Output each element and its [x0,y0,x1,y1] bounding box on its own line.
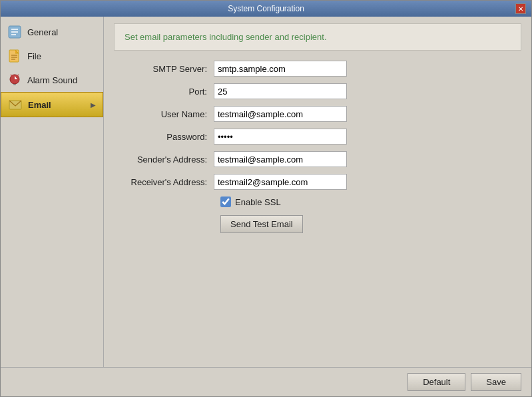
system-configuration-dialog: System Configuration ✕ General [0,0,532,397]
username-input[interactable] [214,106,347,122]
file-icon [7,49,22,63]
form-row-receiver: Receiver's Address: [117,174,518,190]
port-label: Port: [117,87,214,97]
sidebar-item-file-label: File [27,51,41,61]
password-label: Password: [117,132,214,142]
sender-address-input[interactable] [214,151,347,167]
enable-ssl-label: Enable SSL [235,197,281,207]
svg-rect-12 [13,84,16,85]
smtp-server-input[interactable] [214,61,347,77]
footer: Default Save [1,367,531,396]
port-input[interactable] [214,83,347,99]
sender-label: Sender's Address: [117,155,214,165]
form-area: SMTP Server: Port: User Name: Password: [104,61,531,367]
receiver-label: Receiver's Address: [117,177,214,187]
info-bar: Set email parameters including sender an… [114,23,521,51]
main-content: Set email parameters including sender an… [104,17,531,367]
password-input[interactable] [214,129,347,145]
alarm-icon [7,73,22,87]
username-label: User Name: [117,109,214,119]
enable-ssl-checkbox[interactable] [220,197,231,207]
form-row-port: Port: [117,83,518,99]
send-test-email-button[interactable]: Send Test Email [220,215,303,233]
save-button[interactable]: Save [471,373,521,391]
sidebar-item-alarm-sound[interactable]: Alarm Sound [1,68,103,92]
receiver-address-input[interactable] [214,174,347,190]
form-row-username: User Name: [117,106,518,122]
sidebar-item-general-label: General [27,27,58,37]
default-button[interactable]: Default [407,373,465,391]
enable-ssl-row: Enable SSL [220,197,518,207]
sidebar-item-alarm-label: Alarm Sound [27,75,77,85]
dialog-title: System Configuration [17,4,515,13]
smtp-label: SMTP Server: [117,64,214,74]
sidebar-item-email[interactable]: Email ▶ [1,92,103,117]
titlebar: System Configuration ✕ [1,1,531,17]
email-arrow-icon: ▶ [91,101,96,109]
form-row-smtp: SMTP Server: [117,61,518,77]
close-button[interactable]: ✕ [515,3,526,14]
sidebar: General File [1,17,104,367]
form-row-sender: Sender's Address: [117,151,518,167]
sidebar-item-email-label: Email [28,100,51,110]
form-row-password: Password: [117,129,518,145]
email-icon [8,97,23,112]
sidebar-item-general[interactable]: General [1,20,103,44]
info-text: Set email parameters including sender an… [125,32,327,42]
general-icon [7,25,22,39]
dialog-body: General File [1,17,531,367]
sidebar-item-file[interactable]: File [1,44,103,68]
